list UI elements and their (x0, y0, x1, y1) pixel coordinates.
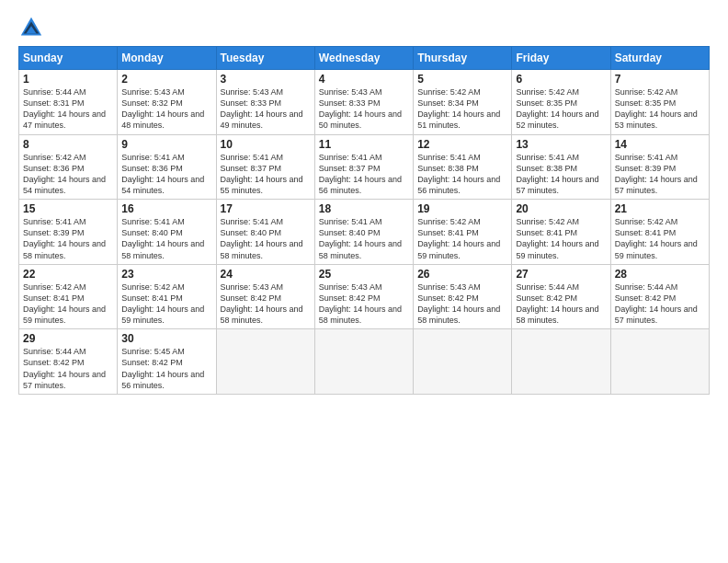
col-saturday: Saturday (610, 47, 709, 70)
col-thursday: Thursday (414, 47, 512, 70)
col-tuesday: Tuesday (216, 47, 314, 70)
day-info: Sunrise: 5:41 AMSunset: 8:39 PMDaylight:… (615, 152, 705, 197)
day-info: Sunrise: 5:42 AMSunset: 8:34 PMDaylight:… (417, 86, 507, 132)
table-row: 2 Sunrise: 5:43 AMSunset: 8:32 PMDayligh… (118, 70, 216, 135)
day-number: 22 (23, 268, 113, 281)
day-info: Sunrise: 5:43 AMSunset: 8:32 PMDaylight:… (121, 86, 211, 132)
table-row: 17 Sunrise: 5:41 AMSunset: 8:40 PMDaylig… (216, 200, 314, 265)
day-info: Sunrise: 5:42 AMSunset: 8:41 PMDaylight:… (615, 216, 705, 261)
table-row (610, 329, 709, 395)
day-info: Sunrise: 5:41 AMSunset: 8:37 PMDaylight:… (221, 152, 311, 197)
table-row: 28 Sunrise: 5:44 AMSunset: 8:42 PMDaylig… (610, 264, 709, 329)
table-row: 20 Sunrise: 5:42 AMSunset: 8:41 PMDaylig… (512, 200, 610, 265)
day-number: 16 (121, 202, 211, 215)
col-friday: Friday (512, 47, 610, 70)
calendar-page: Sunday Monday Tuesday Wednesday Thursday… (0, 0, 728, 563)
day-info: Sunrise: 5:42 AMSunset: 8:41 PMDaylight:… (516, 216, 606, 261)
table-row: 11 Sunrise: 5:41 AMSunset: 8:37 PMDaylig… (314, 134, 413, 200)
day-number: 12 (417, 138, 507, 151)
day-info: Sunrise: 5:44 AMSunset: 8:42 PMDaylight:… (23, 346, 113, 391)
day-info: Sunrise: 5:42 AMSunset: 8:41 PMDaylight:… (121, 282, 211, 327)
day-info: Sunrise: 5:43 AMSunset: 8:33 PMDaylight:… (319, 86, 409, 132)
table-row (414, 329, 512, 395)
day-number: 21 (615, 202, 705, 215)
day-number: 27 (516, 268, 606, 281)
day-number: 29 (23, 332, 113, 345)
day-number: 13 (516, 138, 606, 151)
table-row (512, 329, 610, 395)
day-info: Sunrise: 5:42 AMSunset: 8:35 PMDaylight:… (615, 86, 705, 132)
table-row: 4 Sunrise: 5:43 AMSunset: 8:33 PMDayligh… (314, 70, 413, 135)
day-info: Sunrise: 5:41 AMSunset: 8:39 PMDaylight:… (23, 216, 113, 261)
day-number: 19 (417, 202, 507, 215)
day-number: 6 (516, 73, 606, 86)
day-info: Sunrise: 5:42 AMSunset: 8:35 PMDaylight:… (516, 86, 606, 132)
table-row: 14 Sunrise: 5:41 AMSunset: 8:39 PMDaylig… (610, 134, 709, 200)
table-row: 23 Sunrise: 5:42 AMSunset: 8:41 PMDaylig… (118, 264, 216, 329)
day-info: Sunrise: 5:43 AMSunset: 8:42 PMDaylight:… (221, 282, 311, 327)
day-info: Sunrise: 5:41 AMSunset: 8:40 PMDaylight:… (319, 216, 409, 261)
day-number: 25 (319, 268, 409, 281)
table-row: 1 Sunrise: 5:44 AMSunset: 8:31 PMDayligh… (19, 70, 118, 135)
day-number: 14 (615, 138, 705, 151)
day-number: 30 (121, 332, 211, 345)
table-row (216, 329, 314, 395)
table-row: 25 Sunrise: 5:43 AMSunset: 8:42 PMDaylig… (314, 264, 413, 329)
table-row: 18 Sunrise: 5:41 AMSunset: 8:40 PMDaylig… (314, 200, 413, 265)
day-info: Sunrise: 5:42 AMSunset: 8:36 PMDaylight:… (23, 152, 113, 197)
day-number: 17 (221, 202, 311, 215)
table-row (314, 329, 413, 395)
day-number: 9 (121, 138, 211, 151)
table-row: 7 Sunrise: 5:42 AMSunset: 8:35 PMDayligh… (610, 70, 709, 135)
col-monday: Monday (118, 47, 216, 70)
table-row: 30 Sunrise: 5:45 AMSunset: 8:42 PMDaylig… (118, 329, 216, 395)
day-info: Sunrise: 5:43 AMSunset: 8:42 PMDaylight:… (319, 282, 409, 327)
day-number: 24 (221, 268, 311, 281)
table-row: 24 Sunrise: 5:43 AMSunset: 8:42 PMDaylig… (216, 264, 314, 329)
day-number: 5 (417, 73, 507, 86)
table-row: 21 Sunrise: 5:42 AMSunset: 8:41 PMDaylig… (610, 200, 709, 265)
day-number: 3 (221, 73, 311, 86)
table-row: 6 Sunrise: 5:42 AMSunset: 8:35 PMDayligh… (512, 70, 610, 135)
table-row: 5 Sunrise: 5:42 AMSunset: 8:34 PMDayligh… (414, 70, 512, 135)
day-number: 8 (23, 138, 113, 151)
day-number: 18 (319, 202, 409, 215)
table-row: 3 Sunrise: 5:43 AMSunset: 8:33 PMDayligh… (216, 70, 314, 135)
col-sunday: Sunday (19, 47, 118, 70)
col-wednesday: Wednesday (314, 47, 413, 70)
day-number: 15 (23, 202, 113, 215)
day-info: Sunrise: 5:43 AMSunset: 8:42 PMDaylight:… (417, 282, 507, 327)
table-row: 12 Sunrise: 5:41 AMSunset: 8:38 PMDaylig… (414, 134, 512, 200)
logo (18, 15, 48, 40)
day-number: 2 (121, 73, 211, 86)
day-number: 10 (221, 138, 311, 151)
table-row: 8 Sunrise: 5:42 AMSunset: 8:36 PMDayligh… (19, 134, 118, 200)
day-number: 26 (417, 268, 507, 281)
table-row: 26 Sunrise: 5:43 AMSunset: 8:42 PMDaylig… (414, 264, 512, 329)
day-info: Sunrise: 5:41 AMSunset: 8:36 PMDaylight:… (121, 152, 211, 197)
table-row: 10 Sunrise: 5:41 AMSunset: 8:37 PMDaylig… (216, 134, 314, 200)
day-info: Sunrise: 5:44 AMSunset: 8:31 PMDaylight:… (23, 86, 113, 132)
day-number: 4 (319, 73, 409, 86)
day-info: Sunrise: 5:41 AMSunset: 8:38 PMDaylight:… (417, 152, 507, 197)
day-number: 20 (516, 202, 606, 215)
table-row: 19 Sunrise: 5:42 AMSunset: 8:41 PMDaylig… (414, 200, 512, 265)
day-info: Sunrise: 5:44 AMSunset: 8:42 PMDaylight:… (615, 282, 705, 327)
day-info: Sunrise: 5:41 AMSunset: 8:38 PMDaylight:… (516, 152, 606, 197)
day-info: Sunrise: 5:44 AMSunset: 8:42 PMDaylight:… (516, 282, 606, 327)
day-number: 28 (615, 268, 705, 281)
table-row: 29 Sunrise: 5:44 AMSunset: 8:42 PMDaylig… (19, 329, 118, 395)
logo-icon (18, 15, 44, 40)
day-info: Sunrise: 5:42 AMSunset: 8:41 PMDaylight:… (23, 282, 113, 327)
day-info: Sunrise: 5:41 AMSunset: 8:40 PMDaylight:… (221, 216, 311, 261)
calendar-table: Sunday Monday Tuesday Wednesday Thursday… (18, 46, 710, 395)
day-info: Sunrise: 5:43 AMSunset: 8:33 PMDaylight:… (221, 86, 311, 132)
table-row: 15 Sunrise: 5:41 AMSunset: 8:39 PMDaylig… (19, 200, 118, 265)
table-row: 16 Sunrise: 5:41 AMSunset: 8:40 PMDaylig… (118, 200, 216, 265)
day-info: Sunrise: 5:41 AMSunset: 8:40 PMDaylight:… (121, 216, 211, 261)
page-header (18, 15, 710, 40)
calendar-header-row: Sunday Monday Tuesday Wednesday Thursday… (19, 47, 710, 70)
table-row: 9 Sunrise: 5:41 AMSunset: 8:36 PMDayligh… (118, 134, 216, 200)
day-number: 7 (615, 73, 705, 86)
day-info: Sunrise: 5:41 AMSunset: 8:37 PMDaylight:… (319, 152, 409, 197)
